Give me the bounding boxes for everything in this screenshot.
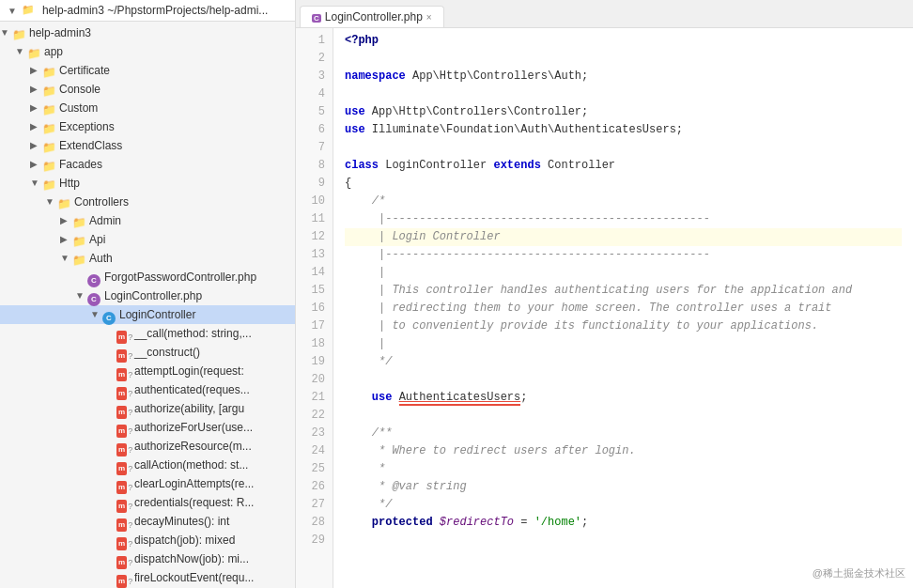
project-header: ▼ 📁 help-admin3 ~/PhpstormProjects/help-… (0, 0, 295, 22)
tree-arrow-Facades[interactable]: ▶ (30, 156, 41, 173)
line-num-1: 1 (303, 32, 325, 50)
tree-label-m13: dispatchNow(job): mi... (134, 550, 249, 567)
tree-item-Auth[interactable]: ▼📁Auth (0, 249, 295, 268)
tree-icon-LoginController: C (101, 308, 116, 321)
line-num-25: 25 (303, 460, 325, 478)
tree-arrow-help-admin3[interactable]: ▼ (0, 24, 11, 41)
tree-arrow-Custom[interactable]: ▶ (30, 100, 41, 116)
tree-item-m11[interactable]: m?decayMinutes(): int (0, 512, 295, 531)
line-num-6: 6 (303, 121, 325, 139)
line-num-4: 4 (303, 85, 325, 103)
tree-arrow-Admin[interactable]: ▶ (60, 212, 71, 229)
tree-label-m3: attemptLogin(request: (134, 363, 244, 379)
tab-close-button[interactable]: × (426, 12, 432, 23)
code-line-20 (345, 371, 902, 389)
tree-item-LoginControllerFile[interactable]: ▼CLoginController.php (0, 286, 295, 305)
tree-item-Http[interactable]: ▼📁Http (0, 174, 295, 193)
tree-item-m1[interactable]: m?__call(method: string,... (0, 324, 295, 343)
code-line-27: */ (345, 496, 902, 514)
tree-label-ForgotPasswordController: ForgotPasswordController.php (104, 269, 256, 286)
code-line-1: <?php (345, 32, 902, 50)
tree-item-ForgotPasswordController[interactable]: CForgotPasswordController.php (0, 268, 295, 286)
line-num-28: 28 (303, 514, 325, 532)
tree-icon-Certificate: 📁 (41, 64, 56, 77)
tree-item-help-admin3[interactable]: ▼📁help-admin3 (0, 23, 295, 42)
tree-item-m7[interactable]: m?authorizeResource(m... (0, 437, 295, 456)
tree-label-Auth: Auth (89, 250, 113, 267)
tree-item-Exceptions[interactable]: ▶📁Exceptions (0, 117, 295, 136)
tree-item-app[interactable]: ▼📁app (0, 42, 295, 61)
code-line-3: namespace App\Http\Controllers\Auth; (345, 68, 902, 85)
tree-arrow-Controllers[interactable]: ▼ (45, 193, 56, 210)
tree-item-Custom[interactable]: ▶📁Custom (0, 99, 295, 117)
tree-arrow-ExtendClass[interactable]: ▶ (30, 137, 41, 154)
tree-icon-m13: m? (116, 552, 132, 565)
line-num-17: 17 (303, 317, 325, 335)
tree-icon-m9: m? (116, 477, 132, 490)
tree-item-ExtendClass[interactable]: ▶📁ExtendClass (0, 136, 295, 155)
tree-icon-ExtendClass: 📁 (41, 139, 56, 152)
code-line-8: class LoginController extends Controller (345, 157, 902, 175)
tree-item-Controllers[interactable]: ▼📁Controllers (0, 193, 295, 211)
tree-item-LoginController[interactable]: ▼CLoginController (0, 305, 295, 324)
code-line-23: /** (345, 425, 902, 442)
tree-item-Api[interactable]: ▶📁Api (0, 230, 295, 249)
tree-arrow-LoginController[interactable]: ▼ (90, 306, 101, 323)
code-line-5: use App\Http\Controllers\Controller; (345, 103, 902, 121)
tree-label-m9: clearLoginAttempts(re... (134, 475, 254, 492)
project-expand-icon[interactable]: ▼ (8, 6, 17, 16)
tree-item-m5[interactable]: m?authorize(ability, [argu (0, 399, 295, 418)
tree-item-m13[interactable]: m?dispatchNow(job): mi... (0, 549, 295, 568)
tree-arrow-Console[interactable]: ▶ (30, 81, 41, 98)
tree-arrow-Certificate[interactable]: ▶ (30, 62, 41, 79)
tree-icon-m2: m? (116, 346, 132, 359)
tree-item-m4[interactable]: m?authenticated(reques... (0, 380, 295, 399)
code-area[interactable]: <?phpnamespace App\Http\Controllers\Auth… (333, 28, 913, 588)
tree-item-m6[interactable]: m?authorizeForUser(use... (0, 418, 295, 437)
tree-label-help-admin3: help-admin3 (29, 24, 91, 41)
line-num-13: 13 (303, 246, 325, 264)
code-line-10: /* (345, 193, 902, 210)
tree-item-m8[interactable]: m?callAction(method: st... (0, 456, 295, 474)
file-tree-panel: ▼ 📁 help-admin3 ~/PhpstormProjects/help-… (0, 0, 296, 588)
tree-item-m10[interactable]: m?credentials(request: R... (0, 493, 295, 512)
tree-item-m9[interactable]: m?clearLoginAttempts(re... (0, 474, 295, 493)
tree-arrow-Api[interactable]: ▶ (60, 231, 71, 248)
tree-item-Admin[interactable]: ▶📁Admin (0, 211, 295, 230)
tree-item-m14[interactable]: m?fireLockoutEvent(requ... (0, 568, 295, 587)
line-num-20: 20 (303, 371, 325, 389)
line-num-18: 18 (303, 335, 325, 353)
line-num-29: 29 (303, 532, 325, 549)
line-num-9: 9 (303, 175, 325, 193)
tab-tab1[interactable]: CLoginController.php× (300, 6, 444, 27)
line-num-24: 24 (303, 442, 325, 460)
php-open-tag: <?php (345, 34, 379, 47)
tree-item-Facades[interactable]: ▶📁Facades (0, 155, 295, 174)
tree-item-m3[interactable]: m?attemptLogin(request: (0, 362, 295, 380)
tree-arrow-app[interactable]: ▼ (15, 43, 26, 60)
tab-label: LoginController.php (325, 10, 423, 23)
code-line-19: */ (345, 353, 902, 371)
line-num-10: 10 (303, 193, 325, 210)
tree-arrow-LoginControllerFile[interactable]: ▼ (75, 287, 86, 304)
tree-icon-LoginControllerFile: C (86, 289, 101, 302)
tree-item-m12[interactable]: m?dispatch(job): mixed (0, 531, 295, 549)
line-num-5: 5 (303, 103, 325, 121)
line-num-2: 2 (303, 50, 325, 68)
tree-item-m2[interactable]: m?__construct() (0, 343, 295, 362)
code-line-18: | (345, 335, 902, 353)
tree-label-ExtendClass: ExtendClass (59, 137, 122, 154)
tree-item-Console[interactable]: ▶📁Console (0, 80, 295, 99)
tree-arrow-Auth[interactable]: ▼ (60, 250, 71, 267)
tree-label-Facades: Facades (59, 156, 102, 173)
tree-icon-m12: m? (116, 534, 132, 547)
tree-icon-Http: 📁 (41, 177, 56, 190)
line-num-3: 3 (303, 68, 325, 85)
tree-item-Certificate[interactable]: ▶📁Certificate (0, 61, 295, 80)
line-num-21: 21 (303, 389, 325, 407)
tree-label-m10: credentials(request: R... (134, 494, 254, 511)
tree-arrow-Exceptions[interactable]: ▶ (30, 118, 41, 135)
tree-label-m8: callAction(method: st... (134, 456, 248, 473)
line-num-15: 15 (303, 282, 325, 300)
tree-arrow-Http[interactable]: ▼ (30, 175, 41, 192)
